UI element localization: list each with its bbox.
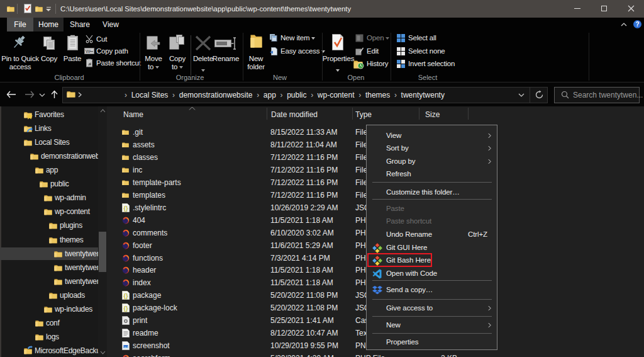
svg-text:W: W <box>86 48 91 54</box>
